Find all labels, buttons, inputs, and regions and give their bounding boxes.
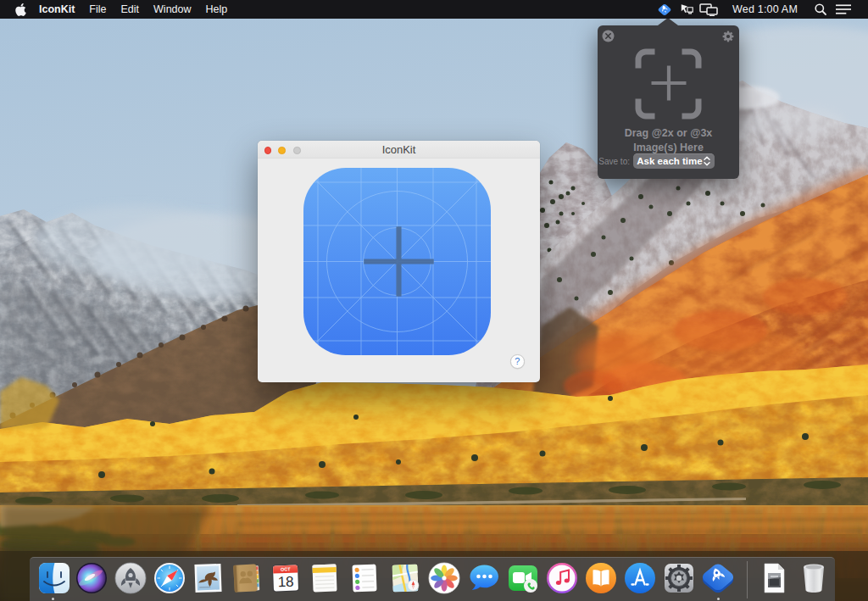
svg-text:18: 18 [277, 574, 294, 591]
svg-text:OCT: OCT [280, 566, 290, 571]
